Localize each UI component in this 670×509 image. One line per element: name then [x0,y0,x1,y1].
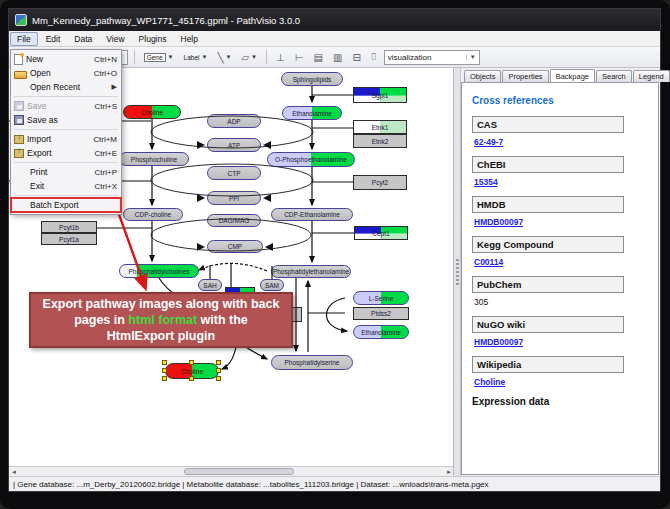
cept1-node[interactable]: Cept1 [354,226,408,240]
menu-item-print[interactable]: PrintCtrl+P [11,165,121,179]
selection-handle[interactable] [216,376,221,381]
panel-splitter[interactable] [454,68,461,476]
align-center-button[interactable]: ⊥ [273,50,288,65]
canvas-horizontal-scrollbar[interactable]: ◄ ► [9,466,454,476]
menu-separator [14,129,118,130]
line-tool-button[interactable]: ╲ ▼ [214,50,234,65]
crossref-link[interactable]: 62-49-7 [474,137,648,147]
pcyt1a-node[interactable]: Pcyt1a [41,233,97,245]
menu-shortcut: Ctrl+M [93,135,117,144]
tab-objects[interactable]: Objects [464,70,501,82]
menu-separator [14,195,118,196]
selection-handle[interactable] [216,368,221,373]
menubar-item-data[interactable]: Data [68,33,98,45]
selection-handle[interactable] [162,368,167,373]
menubar-item-view[interactable]: View [100,33,130,45]
annotation-callout: Export pathway images along with back pa… [29,292,293,348]
crossref-link[interactable]: C00114 [474,257,648,267]
choline-top-node[interactable]: Choline [123,105,181,119]
crossref-database-title: Kegg Compound [472,236,624,253]
cdp-ethanolamine-node[interactable]: CDP-Ethanolamine [271,208,353,221]
scroll-left-icon[interactable]: ◄ [9,467,19,476]
title-bar[interactable]: Mm_Kennedy_pathway_WP1771_45176.gpml - P… [9,9,660,31]
menubar-item-file[interactable]: File [10,32,38,46]
o-phosphoethanolamine-node[interactable]: O-Phosphoethanolamine [267,152,355,167]
visualization-combobox[interactable]: visualization ▼ [384,50,480,65]
ethanolamine-2-node[interactable]: Ethanolamine [353,325,409,339]
backpage-section-nugo-wiki: NuGO wikiHMDB00097 [472,316,648,347]
scrollbar-thumb[interactable] [184,468,294,475]
label-tool-button[interactable]: Label ▼ [181,52,211,63]
tab-search[interactable]: Search [596,70,632,82]
phosphocholine-node[interactable]: Phosphocholine [119,152,189,166]
chevron-down-icon: ▼ [251,54,257,60]
menubar-item-edit[interactable]: Edit [40,33,67,45]
menu-item-open[interactable]: OpenCtrl+O [11,66,121,80]
menu-item-batch-export[interactable]: Batch Export [11,198,121,212]
stack-button[interactable]: ⊟ [349,50,363,65]
crossref-link[interactable]: 15354 [474,177,648,187]
ptdss2-node[interactable]: Ptdss2 [353,307,409,320]
etnk2-node[interactable]: Etnk2 [353,134,407,148]
menu-shortcut: Ctrl+O [94,69,117,78]
crossref-database-title: PubChem [472,276,624,293]
tab-legend[interactable]: Legend [633,70,670,82]
selection-handle[interactable] [162,376,167,381]
sam-node[interactable]: SAM [260,279,284,291]
align-middle-button[interactable]: ⊢ [292,50,307,65]
menu-item-import[interactable]: ImportCtrl+M [11,132,121,146]
selection-handle[interactable] [189,360,194,365]
phosphatidylethanolamine-node[interactable]: Phosphatidylethanolamine [271,265,351,278]
menu-item-export[interactable]: ExportCtrl+E [11,146,121,160]
atp-node[interactable]: ATP [207,138,261,152]
save-icon [14,101,24,111]
chevron-down-icon: ▼ [168,54,174,60]
tab-properties[interactable]: Properties [502,70,548,82]
dag-mag-node[interactable]: DAG/MAG [207,214,261,227]
phosphatidylcholines-node[interactable]: Phosphatidylcholines [119,264,199,278]
menu-item-label: Save as [27,115,117,125]
sgpl1-node[interactable]: Sgpl1 [353,87,407,103]
ctp-node[interactable]: CTP [207,166,261,180]
menu-item-label: Import [27,134,93,144]
adp-node[interactable]: ADP [207,114,261,128]
etnk1-node[interactable]: Etnk1 [353,120,407,134]
scroll-right-icon[interactable]: ► [444,467,454,476]
crossref-link[interactable]: Choline [474,377,648,387]
pcyt1b-node[interactable]: Pcyt1b [41,221,97,233]
distribute-vertical-button[interactable]: ▥ [330,50,345,65]
l-serine-node[interactable]: L-Serine [353,291,409,305]
cdp-choline-node[interactable]: CDP-choline [123,208,183,221]
crossref-link[interactable]: HMDB00097 [474,217,648,227]
distribute-horizontal-button[interactable]: ▤ [310,50,325,65]
submenu-arrow-icon: ▶ [112,83,117,91]
selection-handle[interactable] [189,376,194,381]
pcyt2-node[interactable]: Pcyt2 [353,175,407,190]
menubar-item-plugins[interactable]: Plugins [133,33,173,45]
shape-tool-button[interactable]: ▱ ▼ [238,50,260,65]
menu-item-open-recent[interactable]: Open Recent▶ [11,80,121,94]
scrollbar-track[interactable] [19,467,444,476]
side-panel: ObjectsPropertiesBackpageSearchLegend Cr… [461,68,660,476]
selection-handle[interactable] [216,360,221,365]
menu-item-new[interactable]: NewCtrl+N [11,52,121,66]
ppi-node[interactable]: PPi [207,191,261,205]
menu-item-label: New [26,54,94,64]
sah-node[interactable]: SAH [198,279,222,291]
crossref-link[interactable]: HMDB00097 [474,337,648,347]
distribute-vertical-icon: ▥ [333,52,342,63]
menu-item-exit[interactable]: ExitCtrl+X [11,179,121,193]
status-bar: | Gene database: ...m_Derby_20120602.bri… [9,476,660,491]
menu-item-save-as[interactable]: Save as [11,113,121,127]
sphingolipids-node[interactable]: Sphingolipids [281,72,343,86]
tab-backpage[interactable]: Backpage [550,69,595,82]
cmp-node[interactable]: CMP [207,240,263,253]
menubar-item-help[interactable]: Help [175,33,204,45]
selection-handle[interactable] [162,360,167,365]
group-button[interactable]: ⌷ [368,49,380,65]
phosphatidylserine-node[interactable]: Phosphatidylserine [271,355,353,370]
menu-item-label: Save [27,101,95,111]
crossref-database-title: NuGO wiki [472,316,624,333]
ethanolamine-top-node[interactable]: Ethanolamine [282,106,342,120]
gene-tool-button[interactable]: Gene ▼ [141,51,177,64]
